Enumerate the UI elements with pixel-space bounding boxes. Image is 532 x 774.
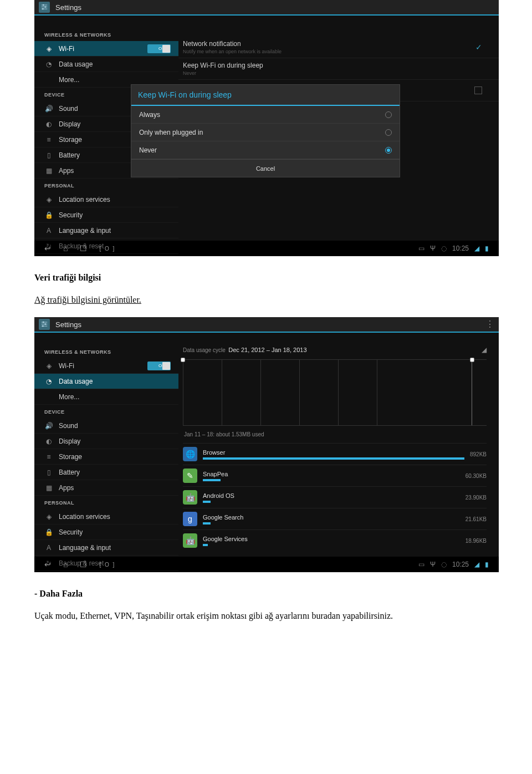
page-title: Settings: [55, 320, 81, 329]
sidebar-item-data-usage[interactable]: ◔ Data usage: [34, 374, 178, 389]
svg-point-5: [42, 8, 44, 10]
dialog-option-never[interactable]: Never: [131, 141, 400, 159]
sidebar-item-label: Location services: [59, 513, 110, 521]
dialog-option-plugged[interactable]: Only when plugged in: [131, 124, 400, 141]
dialog-cancel-button[interactable]: Cancel: [131, 159, 400, 177]
app-name: Google Search: [203, 514, 460, 521]
app-name: Browser: [203, 449, 464, 456]
app-icon: g: [183, 512, 197, 526]
wifi-toggle-on[interactable]: ON: [147, 44, 171, 53]
display-icon: ◐: [44, 437, 53, 446]
sidebar-item-battery[interactable]: ▯ Battery: [34, 465, 178, 480]
app-usage-row[interactable]: 🤖Google Services18.96KB: [183, 529, 487, 551]
backup-icon: ↻: [44, 559, 53, 568]
sidebar-item-language[interactable]: A Language & input: [34, 540, 178, 556]
blank-icon: [44, 393, 53, 401]
sidebar-item-wifi[interactable]: ◈ Wi-Fi ON: [34, 358, 178, 374]
sidebar-item-security[interactable]: 🔒 Security: [34, 525, 178, 540]
sidebar-item-label: Sound: [59, 422, 78, 430]
section-header-personal: PERSONAL: [34, 179, 178, 192]
data-usage-icon: ◔: [44, 60, 53, 69]
sidebar-item-label: Backup & reset: [59, 242, 104, 250]
sidebar-item-apps[interactable]: ▦ Apps: [34, 480, 178, 496]
app-usage-row[interactable]: gGoogle Search21.61KB: [183, 508, 487, 529]
doc-paragraph: Uçak modu, Ethernet, VPN, Taşınabilir or…: [34, 610, 499, 622]
dialog-option-always[interactable]: Always: [131, 106, 400, 124]
usage-chart[interactable]: [183, 359, 487, 426]
settings-sidebar: WIRELESS & NETWORKS ◈ Wi-Fi ON ◔ Data us…: [34, 333, 178, 557]
location-icon: ◈: [44, 195, 53, 204]
app-icon: 🤖: [183, 533, 197, 548]
option-label: Only when plugged in: [139, 129, 203, 136]
usage-bar: [203, 457, 464, 460]
titlebar: Settings ⋮: [34, 317, 499, 333]
sidebar-item-location[interactable]: ◈ Location services: [34, 509, 178, 525]
radio-selected-icon: [385, 147, 392, 154]
setting-network-notification[interactable]: Network notification Notify me when an o…: [178, 37, 499, 58]
sidebar-item-label: Wi-Fi: [59, 362, 74, 370]
checkbox-icon[interactable]: [474, 86, 482, 94]
doc-heading: - Daha Fazla: [34, 589, 499, 599]
app-usage-row[interactable]: ✎SnapPea60.30KB: [183, 465, 487, 486]
cycle-spinner[interactable]: Data usage cycle Dec 21, 2012 – Jan 18, …: [183, 346, 487, 354]
section-header-personal: PERSONAL: [34, 496, 178, 509]
sidebar-item-label: Language & input: [59, 544, 111, 552]
sidebar-item-label: Display: [59, 437, 80, 445]
sidebar-item-label: Battery: [59, 151, 80, 159]
sound-icon: 🔊: [44, 421, 53, 430]
app-usage-row[interactable]: 🤖Android OS23.90KB: [183, 486, 487, 508]
setting-keep-wifi-sleep[interactable]: Keep Wi-Fi on during sleep Never: [178, 58, 499, 80]
app-usage-size: 892KB: [470, 451, 487, 457]
sidebar-item-label: Display: [59, 120, 80, 128]
app-usage-row[interactable]: 🌐Browser892KB: [183, 443, 487, 465]
sidebar-item-label: Data usage: [59, 378, 93, 385]
lock-icon: 🔒: [44, 211, 53, 220]
app-usage-size: 21.61KB: [466, 516, 487, 522]
usage-bar: [203, 522, 211, 525]
app-name: SnapPea: [203, 471, 460, 477]
sidebar-item-label: Apps: [59, 167, 74, 175]
usb-icon: Ψ: [430, 561, 436, 568]
sidebar-item-security[interactable]: 🔒 Security: [34, 207, 178, 223]
location-icon: ◈: [44, 512, 53, 521]
sound-icon: 🔊: [44, 104, 53, 113]
sidebar-item-label: Storage: [59, 453, 82, 461]
wifi-toggle-on[interactable]: ON: [147, 361, 171, 370]
display-icon: ◐: [44, 120, 53, 129]
sidebar-item-wifi[interactable]: ◈ Wi-Fi ON: [34, 41, 178, 57]
wifi-status-icon: ◢: [474, 245, 479, 252]
sidebar-item-sound[interactable]: 🔊 Sound: [34, 418, 178, 434]
sdcard-icon: ▭: [418, 245, 424, 252]
svg-point-4: [44, 6, 46, 8]
setting-subtitle: Never: [183, 70, 482, 76]
sidebar-item-data-usage[interactable]: ◔ Data usage: [34, 57, 178, 72]
sidebar-item-backup[interactable]: ↻ Backup & reset: [34, 238, 178, 254]
sidebar-item-backup[interactable]: ↻ Backup & reset: [34, 556, 178, 571]
sidebar-item-storage[interactable]: ≡ Storage: [34, 449, 178, 465]
svg-point-11: [42, 325, 44, 327]
svg-rect-0: [42, 5, 48, 6]
option-label: Never: [139, 146, 157, 154]
sidebar-item-language[interactable]: A Language & input: [34, 223, 178, 238]
battery-icon: ▯: [44, 468, 53, 477]
sidebar-item-more[interactable]: More...: [34, 389, 178, 405]
sidebar-item-label: Wi-Fi: [59, 45, 74, 53]
clock: 10:25: [452, 561, 469, 568]
language-icon: A: [44, 543, 53, 552]
app-name: Google Services: [203, 536, 460, 542]
data-usage-detail: Data usage cycle Dec 21, 2012 – Jan 18, …: [178, 333, 499, 557]
debug-icon: ◌: [441, 561, 447, 568]
sidebar-item-label: More...: [59, 393, 79, 401]
sidebar-item-label: Location services: [59, 196, 110, 203]
sidebar-item-display[interactable]: ◐ Display: [34, 434, 178, 449]
sidebar-item-label: Data usage: [59, 60, 93, 68]
keep-wifi-dialog: Keep Wi-Fi on during sleep Always Only w…: [131, 84, 400, 177]
titlebar: Settings: [34, 0, 499, 16]
storage-icon: ≡: [44, 452, 53, 461]
overflow-menu-icon[interactable]: ⋮: [485, 320, 494, 329]
sidebar-item-location[interactable]: ◈ Location services: [34, 192, 178, 207]
setting-title: Network notification: [183, 40, 475, 48]
settings-sliders-icon: [39, 319, 50, 330]
section-header-wireless: WIRELESS & NETWORKS: [34, 345, 178, 358]
svg-rect-1: [42, 7, 48, 7]
